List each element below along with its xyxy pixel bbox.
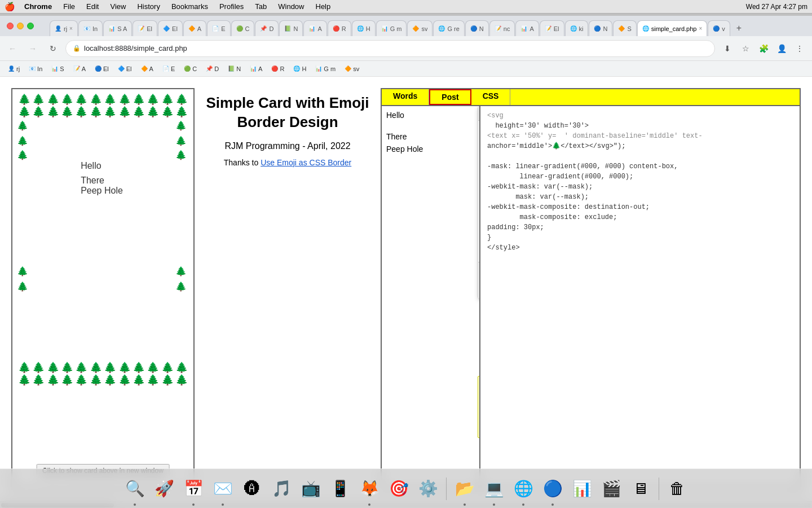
dock-launchpad[interactable]: 🚀 bbox=[151, 475, 178, 502]
dock-game[interactable]: 🎯 bbox=[385, 475, 412, 502]
tab-ki[interactable]: 🌐ki bbox=[565, 20, 589, 36]
card-bottom-border1: 🌲🌲🌲🌲🌲🌲🌲🌲🌲🌲🌲🌲 bbox=[17, 362, 189, 374]
dock-music[interactable]: 🎵 bbox=[268, 475, 295, 502]
lock-icon: 🔒 bbox=[73, 45, 81, 52]
profile-icon[interactable]: 👤 bbox=[774, 41, 789, 56]
bookmark-r[interactable]: 🔴R bbox=[268, 64, 288, 73]
tab-el1[interactable]: 📝El bbox=[133, 20, 157, 36]
tab-rj[interactable]: 👤rj× bbox=[50, 20, 78, 36]
download-icon[interactable]: ⬇ bbox=[720, 41, 735, 56]
tab-n3[interactable]: 🔵N bbox=[589, 20, 612, 36]
tab-words[interactable]: Words bbox=[382, 89, 429, 105]
dock-trash[interactable]: 🗑 bbox=[664, 475, 691, 502]
dock-firefox[interactable]: 🦊 bbox=[356, 475, 383, 502]
menu-help[interactable]: Help bbox=[311, 2, 336, 11]
bookmarks-bar: 👤rj 📧In 📊S 📝A 🔵El 🔷El 🔶A 📄E 🟢C 📌D 📗N 📊A … bbox=[0, 61, 812, 77]
bookmark-d[interactable]: 📌D bbox=[202, 64, 222, 73]
tab-a1[interactable]: 🔶A bbox=[183, 20, 206, 36]
forward-button[interactable]: → bbox=[25, 41, 41, 56]
card-section: 🌲🌲🌲🌲🌲🌲🌲🌲🌲🌲🌲🌲 🌲🌲🌲🌲🌲🌲🌲🌲🌲🌲🌲🌲 🌲🌲 🌲🌲 🌲 He bbox=[11, 88, 195, 490]
dock-phone[interactable]: 📱 bbox=[326, 475, 354, 502]
dock-chrome[interactable]: 🌐 bbox=[510, 475, 537, 502]
tab-el2[interactable]: 🔷El bbox=[158, 20, 183, 36]
dock-filezilla[interactable]: 📂 bbox=[451, 475, 478, 502]
menu-bar: 🍎 Chrome File Edit View History Bookmark… bbox=[0, 0, 812, 14]
dock-extra4[interactable]: 🖥 bbox=[627, 475, 654, 502]
menu-view[interactable]: View bbox=[105, 2, 130, 11]
bookmark-c[interactable]: 🟢C bbox=[180, 64, 200, 73]
bookmark-icon[interactable]: ☆ bbox=[738, 41, 753, 56]
thanks-link[interactable]: Use Emoji as CSS Border bbox=[261, 158, 351, 167]
reload-button[interactable]: ↻ bbox=[45, 41, 61, 56]
extensions-icon[interactable]: 🧩 bbox=[756, 41, 771, 56]
card-bottom-border2: 🌲🌲🌲🌲🌲🌲🌲🌲🌲🌲🌲🌲 bbox=[17, 374, 189, 387]
tab-nc[interactable]: 📝nc bbox=[489, 20, 515, 36]
dock-extra1[interactable]: 🔵 bbox=[539, 475, 566, 502]
new-tab-button[interactable]: + bbox=[731, 20, 747, 36]
tab-bar: 👤rj× 📧In 📊S A 📝El 🔷El 🔶A 📄E 🟢C 📌D 📗N 📊A … bbox=[0, 16, 812, 36]
menu-profiles[interactable]: Profiles bbox=[215, 2, 248, 11]
menu-tab[interactable]: Tab bbox=[250, 2, 271, 11]
dock-finder[interactable]: 🔍 bbox=[121, 475, 148, 502]
tab-gm[interactable]: 📊G m bbox=[376, 20, 407, 36]
tab-post[interactable]: Post bbox=[429, 89, 471, 105]
tab-sv[interactable]: 🔶sv bbox=[407, 20, 433, 36]
menu-chrome[interactable]: Chrome bbox=[20, 2, 56, 11]
bookmark-rj[interactable]: 👤rj bbox=[5, 64, 23, 73]
tab-r[interactable]: 🔴R bbox=[328, 20, 351, 36]
tab-c[interactable]: 🟢C bbox=[231, 20, 255, 36]
tab-in[interactable]: 📧In bbox=[78, 20, 103, 36]
menu-icon[interactable]: ⋮ bbox=[792, 41, 807, 56]
bookmark-el2[interactable]: 🔷El bbox=[114, 64, 135, 73]
card-side-row1: 🌲🌲 bbox=[17, 118, 189, 133]
tab-css[interactable]: CSS bbox=[471, 89, 511, 105]
menu-history[interactable]: History bbox=[133, 2, 164, 11]
dock-intellij[interactable]: 💻 bbox=[480, 475, 508, 502]
dock-extra3[interactable]: 🎬 bbox=[598, 475, 625, 502]
dock-settings[interactable]: ⚙️ bbox=[414, 475, 442, 502]
bookmark-e[interactable]: 📄E bbox=[159, 64, 178, 73]
maximize-button[interactable] bbox=[27, 23, 34, 29]
dock-tv[interactable]: 📺 bbox=[297, 475, 324, 502]
bookmark-a2[interactable]: 🔶A bbox=[138, 64, 157, 73]
bookmark-a[interactable]: 📝A bbox=[70, 64, 89, 73]
menu-edit[interactable]: Edit bbox=[82, 2, 103, 11]
tab-a2[interactable]: 📊A bbox=[303, 20, 326, 36]
words-column: Hello There Peep Hole TRAVEL & PLACES 🚗 … bbox=[382, 106, 480, 489]
tab-s-a[interactable]: 📊S A bbox=[103, 20, 132, 36]
tab-v[interactable]: 🔵v bbox=[708, 20, 730, 36]
bookmark-n[interactable]: 📗N bbox=[224, 64, 244, 73]
url-bar[interactable]: 🔒 localhost:8888/simple_card.php bbox=[65, 40, 715, 57]
tab-e[interactable]: 📄E bbox=[207, 20, 230, 36]
dock-calendar[interactable]: 📅 bbox=[180, 475, 207, 502]
minimize-button[interactable] bbox=[17, 23, 24, 29]
close-button[interactable] bbox=[7, 23, 14, 29]
tab-h[interactable]: 🌐H bbox=[352, 20, 376, 36]
tab-el3[interactable]: 📝El bbox=[540, 20, 564, 36]
tab-gre[interactable]: 🌐G re bbox=[433, 20, 464, 36]
url-text: localhost:8888/simple_card.php bbox=[84, 44, 187, 52]
bookmark-s[interactable]: 📊S bbox=[48, 64, 67, 73]
apple-icon[interactable]: 🍎 bbox=[5, 2, 15, 12]
back-button[interactable]: ← bbox=[5, 41, 20, 56]
dock-appstore[interactable]: 🅐 bbox=[239, 475, 266, 502]
menu-file[interactable]: File bbox=[59, 2, 80, 11]
menu-bookmarks[interactable]: Bookmarks bbox=[167, 2, 213, 11]
bookmark-in[interactable]: 📧In bbox=[25, 64, 46, 73]
tab-a3[interactable]: 📊A bbox=[515, 20, 539, 36]
tab-n[interactable]: 📗N bbox=[279, 20, 303, 36]
tab-d[interactable]: 📌D bbox=[255, 20, 279, 36]
bookmark-gm[interactable]: 📊G m bbox=[312, 64, 339, 73]
bookmark-a3[interactable]: 📊A bbox=[246, 64, 266, 73]
dock-extra2[interactable]: 📊 bbox=[568, 475, 595, 502]
css-code-display: <svg height='30' width='30'> <text x= '5… bbox=[480, 106, 800, 257]
tab-n2[interactable]: 🔵N bbox=[465, 20, 489, 36]
bookmark-el[interactable]: 🔵El bbox=[91, 64, 112, 73]
bookmark-h[interactable]: 🌐H bbox=[290, 64, 310, 73]
tab-s[interactable]: 🔶S bbox=[613, 20, 636, 36]
dock-mail[interactable]: ✉️ bbox=[209, 475, 236, 502]
chrome-window: 👤rj× 📧In 📊S A 📝El 🔷El 🔶A 📄E 🟢C 📌D 📗N 📊A … bbox=[0, 16, 812, 508]
bookmark-sv[interactable]: 🔶sv bbox=[341, 64, 363, 73]
menu-window[interactable]: Window bbox=[273, 2, 308, 11]
tab-simple-card[interactable]: 🌐simple_card.php× bbox=[637, 20, 708, 36]
